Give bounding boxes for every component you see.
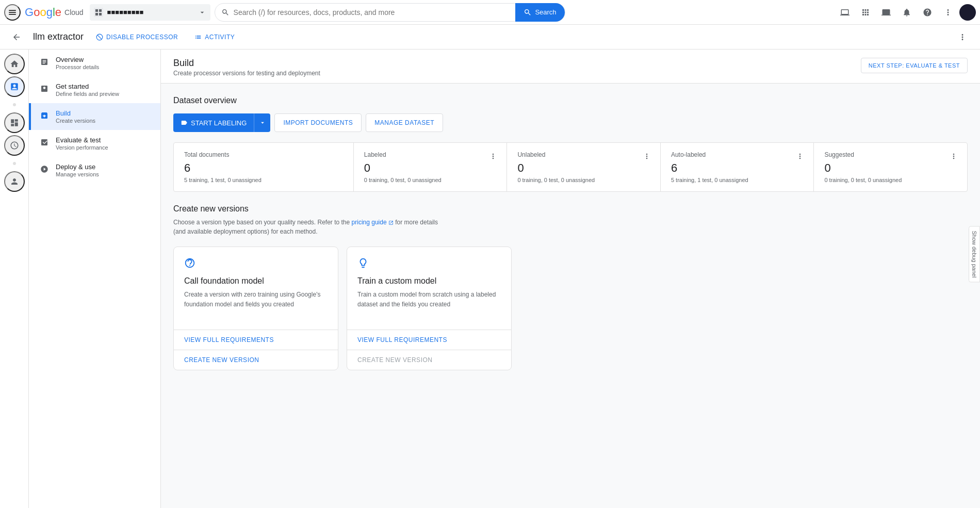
labeled-more-icon: [489, 152, 497, 160]
labeled-more-button[interactable]: [486, 149, 500, 163]
stat-card-suggested: Suggested 0 0 training, 0 test, 0 unassi…: [814, 143, 967, 191]
labeling-icon: [181, 119, 188, 126]
content-header: Build Create processor versions for test…: [161, 50, 980, 84]
foundation-create-label: CREATE NEW VERSION: [184, 356, 259, 364]
search-btn-label: Search: [535, 8, 556, 16]
rail-build-icon: [10, 82, 19, 91]
more-vert-icon: [943, 8, 953, 17]
pricing-guide-link[interactable]: pricing guide: [352, 219, 394, 226]
search-input[interactable]: [234, 8, 512, 17]
start-labeling-main[interactable]: START LABELING: [173, 113, 254, 132]
main-layout: Overview Processor details Get started D…: [0, 50, 980, 508]
svg-rect-2: [95, 13, 98, 15]
foundation-view-requirements-link[interactable]: VIEW FULL REQUIREMENTS: [174, 330, 338, 350]
second-nav-right: [953, 28, 972, 46]
section-subtitle: Create processor versions for testing an…: [173, 70, 320, 77]
activity-button[interactable]: ACTIVITY: [190, 30, 239, 44]
rail-person-button[interactable]: [4, 171, 25, 192]
sidebar-item-build[interactable]: Build Create versions: [29, 103, 160, 130]
debug-panel-label: Show debug panel: [971, 231, 977, 277]
deploy-sublabel: Manage versions: [56, 171, 99, 177]
search-btn-icon: [524, 8, 532, 17]
help-icon-btn[interactable]: [918, 3, 937, 22]
clock-icon: [10, 141, 19, 150]
custom-create-label: CREATE NEW VERSION: [357, 356, 432, 364]
second-nav-more-button[interactable]: [953, 28, 972, 46]
stat-auto-value: 6: [671, 161, 804, 175]
dataset-overview-title: Dataset overview: [173, 96, 968, 105]
foundation-create-button[interactable]: CREATE NEW VERSION: [174, 350, 338, 370]
dashboard-icon: [10, 118, 19, 127]
start-labeling-label: START LABELING: [191, 119, 247, 127]
overview-icon: [39, 58, 50, 68]
sidebar-item-deploy[interactable]: Deploy & use Manage versions: [29, 157, 160, 184]
deploy-text: Deploy & use Manage versions: [56, 163, 99, 177]
rail-clock-button[interactable]: [4, 135, 25, 156]
stat-total-label: Total documents: [184, 151, 343, 158]
monitor-icon-btn[interactable]: [877, 3, 895, 22]
custom-view-requirements-link[interactable]: VIEW FULL REQUIREMENTS: [347, 330, 511, 350]
more-vert-icon-btn[interactable]: [939, 3, 957, 22]
rail-build-button[interactable]: [4, 76, 25, 97]
stat-labeled-label: Labeled: [364, 151, 497, 158]
create-versions-title: Create new versions: [173, 204, 968, 214]
auto-labeled-more-button[interactable]: [793, 149, 807, 163]
bell-icon: [902, 8, 911, 17]
back-button[interactable]: [8, 29, 25, 45]
rail-home-button[interactable]: [4, 54, 25, 74]
project-input[interactable]: [107, 8, 194, 16]
stat-labeled-value: 0: [364, 161, 497, 175]
overview-label: Overview: [56, 56, 99, 63]
unlabeled-more-button[interactable]: [640, 149, 654, 163]
foundation-title: Call foundation model: [184, 276, 328, 286]
stat-unlabeled-sub: 0 training, 0 test, 0 unassigned: [517, 177, 650, 183]
project-selector[interactable]: [90, 4, 210, 21]
import-documents-button[interactable]: IMPORT DOCUMENTS: [274, 113, 362, 132]
stat-suggested-value: 0: [824, 161, 957, 175]
bell-icon-btn[interactable]: [897, 3, 916, 22]
debug-panel[interactable]: Show debug panel: [969, 226, 980, 282]
stat-auto-sub: 5 training, 1 test, 0 unassigned: [671, 177, 804, 183]
start-labeling-btn[interactable]: START LABELING: [173, 113, 270, 132]
start-labeling-dropdown[interactable]: [254, 113, 270, 132]
version-card-custom-body: Train a custom model Train a custom mode…: [347, 247, 511, 330]
evaluate-text: Evaluate & test Version performance: [56, 136, 108, 151]
avatar[interactable]: [959, 4, 976, 21]
search-icon: [221, 8, 230, 17]
hamburger-button[interactable]: [4, 4, 21, 21]
overview-text: Overview Processor details: [56, 56, 99, 70]
disable-label: DISABLE PROCESSOR: [106, 34, 178, 41]
dropdown-arrow-icon: [259, 119, 266, 126]
custom-desc: Train a custom model from scratch using …: [357, 290, 501, 309]
suggested-more-button[interactable]: [946, 149, 961, 163]
rail-dashboard-button[interactable]: [4, 112, 25, 133]
rail-divider-2: [13, 162, 16, 165]
search-button[interactable]: Search: [515, 3, 564, 22]
foundation-view-label: VIEW FULL REQUIREMENTS: [184, 336, 274, 343]
sidebar-item-overview[interactable]: Overview Processor details: [29, 50, 160, 76]
stat-total-value: 6: [184, 161, 343, 175]
deploy-icon: [39, 165, 50, 175]
evaluate-label: Evaluate & test: [56, 136, 108, 144]
next-step-button[interactable]: NEXT STEP: EVALUATE & TEST: [861, 58, 968, 73]
monitor-icon: [881, 8, 891, 17]
apps-icon: [861, 8, 870, 17]
main-content: Build Create processor versions for test…: [161, 50, 980, 508]
top-nav: Google Cloud Search: [0, 0, 980, 25]
stat-card-unlabeled: Unlabeled 0 0 training, 0 test, 0 unassi…: [507, 143, 661, 191]
apps-icon-btn[interactable]: [856, 3, 875, 22]
version-card-custom: Train a custom model Train a custom mode…: [347, 247, 512, 370]
back-arrow-icon: [12, 32, 21, 42]
sidebar-item-evaluate[interactable]: Evaluate & test Version performance: [29, 130, 160, 157]
auto-labeled-more-icon: [796, 152, 804, 160]
svg-rect-3: [99, 13, 102, 15]
console-icon-btn[interactable]: [836, 3, 854, 22]
stat-card-labeled: Labeled 0 0 training, 0 test, 0 unassign…: [354, 143, 508, 191]
stat-card-auto-labeled: Auto-labeled 6 5 training, 1 test, 0 una…: [661, 143, 814, 191]
custom-footer: VIEW FULL REQUIREMENTS CREATE NEW VERSIO…: [347, 330, 511, 370]
stat-labeled-sub: 0 training, 0 test, 0 unassigned: [364, 177, 497, 183]
content-header-left: Build Create processor versions for test…: [173, 58, 320, 77]
sidebar-item-get-started[interactable]: Get started Define fields and preview: [29, 76, 160, 103]
manage-dataset-button[interactable]: MANAGE DATASET: [366, 113, 443, 132]
disable-processor-button[interactable]: DISABLE PROCESSOR: [92, 30, 182, 44]
